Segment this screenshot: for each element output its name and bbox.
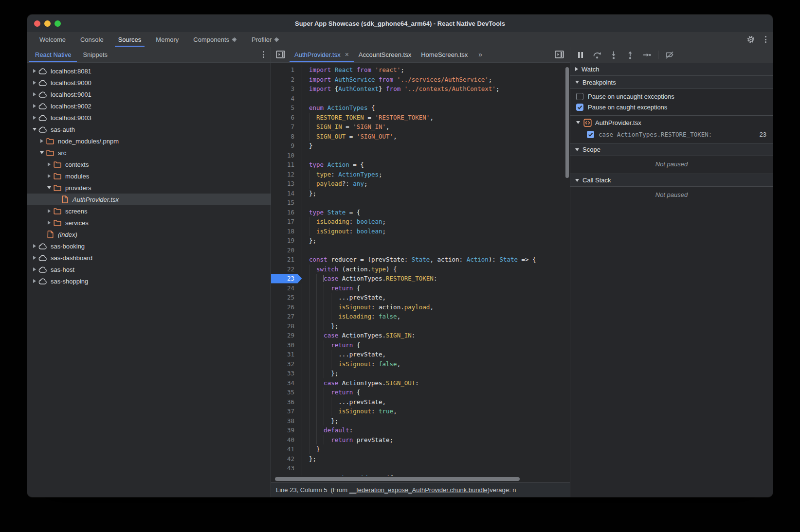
line-number[interactable]: 31 — [271, 350, 302, 359]
tree-item-sas-host[interactable]: sas-host — [27, 264, 271, 275]
line-number[interactable]: 2 — [271, 75, 302, 85]
tree-item-localhost-9000[interactable]: localhost:9000 — [27, 77, 271, 89]
tree-expander-open[interactable] — [46, 186, 53, 189]
line-number[interactable]: 25 — [271, 293, 302, 302]
breakpoint-line-badge[interactable]: 23 — [271, 274, 302, 284]
line-number[interactable]: 10 — [271, 151, 302, 160]
tree-expander-closed[interactable] — [31, 244, 38, 248]
tree-expander-open[interactable] — [38, 151, 45, 154]
tree-item-providers[interactable]: providers — [27, 182, 271, 194]
line-number[interactable]: 5 — [271, 103, 302, 113]
tree-expander-closed[interactable] — [31, 267, 38, 271]
tree-expander-closed[interactable] — [31, 279, 38, 283]
tree-item-localhost-9001[interactable]: localhost:9001 — [27, 89, 271, 100]
breakpoints-section-header[interactable]: Breakpoints — [570, 76, 773, 89]
tree-item-sas-dashboard[interactable]: sas-dashboard — [27, 252, 271, 264]
tree-item-sas-auth[interactable]: sas-auth — [27, 124, 271, 135]
line-number[interactable]: 34 — [271, 378, 302, 388]
line-number[interactable]: 8 — [271, 132, 302, 142]
line-number[interactable]: 37 — [271, 407, 302, 416]
line-number[interactable]: 24 — [271, 284, 302, 293]
tab-memory[interactable]: Memory — [148, 32, 186, 47]
tree-item-contexts[interactable]: contexts — [27, 159, 271, 170]
line-number[interactable]: 15 — [271, 198, 302, 208]
editor-tab-homescreen-tsx[interactable]: HomeScreen.tsx — [416, 47, 473, 62]
tree-expander-closed[interactable] — [31, 104, 38, 108]
tab-components[interactable]: Components — [186, 32, 244, 47]
line-number[interactable]: 30 — [271, 340, 302, 350]
toggle-navigator-button[interactable] — [271, 47, 290, 62]
line-number[interactable]: 21 — [271, 255, 302, 265]
close-tab-icon[interactable]: × — [345, 51, 349, 58]
line-number[interactable]: 29 — [271, 331, 302, 340]
tree-expander-open[interactable] — [31, 128, 38, 131]
tree-expander-closed[interactable] — [31, 92, 38, 96]
tree-item-sas-booking[interactable]: sas-booking — [27, 240, 271, 252]
line-number[interactable]: 4 — [271, 94, 302, 104]
step-button[interactable] — [639, 49, 654, 61]
tree-expander-closed[interactable] — [46, 209, 53, 213]
line-number[interactable]: 13 — [271, 179, 302, 189]
tree-item-node-modules-pnpm[interactable]: node_modules/.pnpm — [27, 135, 271, 147]
scrollbar-thumb[interactable] — [275, 477, 520, 481]
line-number[interactable]: 12 — [271, 170, 302, 179]
tree-item-services[interactable]: services — [27, 217, 271, 229]
tab-profiler[interactable]: Profiler — [244, 32, 287, 47]
line-number[interactable]: 9 — [271, 141, 302, 151]
line-number[interactable]: 22 — [271, 265, 302, 274]
editor-vertical-scrollbar[interactable] — [565, 67, 569, 178]
editor-horizontal-scrollbar[interactable] — [271, 476, 570, 482]
line-number[interactable]: 26 — [271, 302, 302, 312]
tree-item-localhost-9002[interactable]: localhost:9002 — [27, 100, 271, 112]
line-number[interactable]: 17 — [271, 217, 302, 227]
scope-section-header[interactable]: Scope — [570, 143, 773, 156]
tab-console[interactable]: Console — [73, 32, 111, 47]
editor-tab-authprovider-tsx[interactable]: AuthProvider.tsx× — [290, 47, 354, 62]
line-number[interactable]: 42 — [271, 454, 302, 464]
line-number[interactable]: 28 — [271, 321, 302, 331]
line-number[interactable]: 14 — [271, 189, 302, 198]
tree-expander-closed[interactable] — [46, 162, 53, 166]
tab-sources[interactable]: Sources — [111, 32, 149, 47]
line-number[interactable]: 32 — [271, 359, 302, 369]
bundle-link[interactable]: __federation_expose_AuthProvider.chunk.b… — [349, 486, 488, 494]
line-number[interactable]: 20 — [271, 246, 302, 255]
step-into-button[interactable] — [606, 49, 621, 61]
devtools-menu-button[interactable] — [758, 32, 773, 47]
tree-item-sas-shopping[interactable]: sas-shopping — [27, 275, 271, 287]
code-editor[interactable]: 1import React from 'react';2import AuthS… — [271, 63, 570, 476]
line-number[interactable]: 41 — [271, 444, 302, 454]
line-number[interactable]: 7 — [271, 122, 302, 132]
breakpoint-entry[interactable]: case ActionTypes.RESTORE_TOKEN: 23 — [570, 128, 773, 141]
call-stack-section-header[interactable]: Call Stack — [570, 174, 773, 187]
pause-caught-checkbox[interactable] — [576, 104, 583, 111]
breakpoint-checkbox[interactable] — [587, 131, 594, 138]
tree-item-src[interactable]: src — [27, 147, 271, 159]
tree-item-index[interactable]: (index) — [27, 229, 271, 240]
pause-script-button[interactable] — [573, 49, 588, 61]
line-number[interactable]: 1 — [271, 65, 302, 75]
line-number[interactable]: 33 — [271, 369, 302, 378]
toggle-debugger-button[interactable] — [549, 47, 570, 62]
navigator-menu-button[interactable] — [256, 47, 271, 62]
deactivate-breakpoints-button[interactable] — [662, 49, 677, 61]
tree-expander-closed[interactable] — [31, 69, 38, 73]
pause-uncaught-row[interactable]: Pause on uncaught exceptions — [570, 89, 773, 102]
breakpoint-file-group[interactable]: AuthProvider.tsx — [570, 115, 773, 128]
tree-item-localhost-8081[interactable]: localhost:8081 — [27, 65, 271, 77]
line-number[interactable]: 38 — [271, 416, 302, 426]
line-number[interactable]: 19 — [271, 236, 302, 246]
line-number[interactable]: 40 — [271, 435, 302, 445]
line-number[interactable]: 16 — [271, 208, 302, 217]
tree-item-modules[interactable]: modules — [27, 170, 271, 182]
minimize-window-button[interactable] — [44, 20, 51, 27]
editor-tab-accountscreen-tsx[interactable]: AccountScreen.tsx — [354, 47, 416, 62]
tree-expander-closed[interactable] — [46, 174, 53, 178]
tree-expander-closed[interactable] — [31, 116, 38, 120]
navigator-tab-react-native[interactable]: React Native — [29, 47, 77, 62]
line-number[interactable]: 35 — [271, 388, 302, 397]
tree-expander-closed[interactable] — [31, 256, 38, 260]
pause-uncaught-checkbox[interactable] — [576, 93, 583, 100]
tree-expander-closed[interactable] — [46, 221, 53, 225]
tab-welcome[interactable]: Welcome — [32, 32, 73, 47]
